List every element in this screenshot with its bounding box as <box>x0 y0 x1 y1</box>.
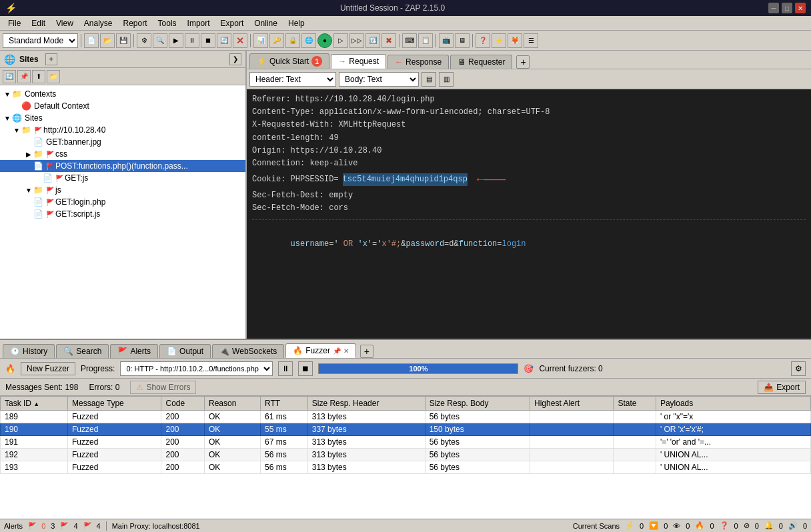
left-toolbar-btn-3[interactable]: ⬆ <box>32 70 45 83</box>
col-code[interactable]: Code <box>161 397 204 411</box>
fuzzer-settings-button[interactable]: ⚙ <box>791 361 806 376</box>
toolbar-btn-5[interactable]: ⏹ <box>201 33 215 48</box>
toolbar-btn-20[interactable]: ☰ <box>524 33 538 48</box>
left-toolbar-btn-1[interactable]: 🔄 <box>3 70 16 83</box>
add-bottom-tab-button[interactable]: + <box>360 345 373 358</box>
table-row[interactable]: 193Fuzzed200OK56 ms313 bytes56 bytes' UN… <box>1 461 811 474</box>
show-errors-button[interactable]: ⚠ Show Errors <box>130 381 196 394</box>
toolbar-btn-4[interactable]: ⏸ <box>185 33 199 48</box>
menubar-item-online[interactable]: Online <box>249 17 283 29</box>
fuzzer-pause-button[interactable]: ⏸ <box>278 361 293 376</box>
close-button[interactable]: ✕ <box>795 3 806 13</box>
toolbar-btn-15[interactable]: ⌨ <box>402 33 417 48</box>
col-task-id[interactable]: Task ID ▲ <box>1 397 68 411</box>
col-highest-alert[interactable]: Highest Alert <box>530 397 614 411</box>
col-resp-body[interactable]: Size Resp. Body <box>425 397 530 411</box>
toolbar-btn-19[interactable]: ❓ <box>476 33 490 48</box>
col-payloads[interactable]: Payloads <box>656 397 810 411</box>
table-row[interactable]: 191Fuzzed200OK67 ms313 bytes56 bytes'=' … <box>1 436 811 449</box>
col-reason[interactable]: Reason <box>204 397 260 411</box>
add-site-button[interactable]: + <box>45 53 57 65</box>
progress-url-dropdown[interactable]: 0: HTTP - http://10.10.2...0/functions.p… <box>120 361 273 376</box>
toolbar-btn-10[interactable]: 🌐 <box>301 33 316 48</box>
toolbar-btn-7[interactable]: 📊 <box>253 33 268 48</box>
toolbar-btn-6[interactable]: 🔄 <box>217 33 231 48</box>
toolbar-firefox-btn[interactable]: 🦊 <box>508 33 522 48</box>
tab-label: History <box>23 347 47 356</box>
tree-item[interactable]: 📄 GET:banner.jpg <box>0 136 245 148</box>
toolbar-btn-17[interactable]: 📺 <box>439 33 454 48</box>
tree-item[interactable]: ▼ 📁 🚩 http://10.10.28.40 <box>0 124 245 136</box>
tree-item[interactable]: 📄 🚩 GET:js <box>0 172 245 184</box>
mode-dropdown[interactable]: Standard Mode <box>3 33 78 48</box>
menubar-item-tools[interactable]: Tools <box>153 17 182 29</box>
tab-quick-start[interactable]: ⚡ Quick Start 1 <box>249 53 329 69</box>
toolbar-save[interactable]: 💾 <box>116 33 131 48</box>
col-rtt[interactable]: RTT <box>261 397 308 411</box>
tree-item[interactable]: ▼ 📁 🚩 js <box>0 184 245 196</box>
toolbar-btn-11[interactable]: ▷ <box>333 33 348 48</box>
toolbar-btn-8[interactable]: 🔑 <box>269 33 284 48</box>
tab-search[interactable]: 🔍 Search <box>56 344 109 358</box>
tab-request[interactable]: → Request <box>331 54 386 69</box>
tab-requester[interactable]: 🖥 Requester <box>450 55 512 69</box>
tab-alerts[interactable]: 🚩 Alerts <box>110 344 158 358</box>
layout-btn-2[interactable]: ▥ <box>439 72 454 87</box>
toolbar-stop[interactable]: ✕ <box>233 33 247 48</box>
new-fuzzer-button[interactable]: New Fuzzer <box>21 362 75 375</box>
tree-item[interactable]: 📄 🚩 GET:script.js <box>0 208 245 220</box>
tree-item[interactable]: ▼ 📁 Contexts <box>0 88 245 100</box>
toolbar-new-session[interactable]: 📄 <box>84 33 99 48</box>
toolbar-btn-1[interactable]: ⚙ <box>137 33 151 48</box>
left-toolbar-btn-2[interactable]: 📌 <box>17 70 31 83</box>
menubar-item-analyse[interactable]: Analyse <box>79 17 118 29</box>
toolbar-btn-18[interactable]: 🖥 <box>455 33 470 48</box>
tab-response[interactable]: ← Response <box>387 55 449 69</box>
toolbar-btn-13[interactable]: 🔃 <box>365 33 380 48</box>
menubar-item-report[interactable]: Report <box>118 17 153 29</box>
table-row[interactable]: 189Fuzzed200OK61 ms313 bytes56 bytes' or… <box>1 411 811 423</box>
add-tab-button[interactable]: + <box>516 55 530 69</box>
tab-output[interactable]: 📄 Output <box>159 344 211 358</box>
menubar-item-import[interactable]: Import <box>182 17 215 29</box>
header-format-dropdown[interactable]: Header: Text <box>249 72 336 87</box>
left-panel-collapse[interactable]: ❯ <box>229 53 241 65</box>
export-button[interactable]: 📤 Export <box>758 381 806 394</box>
tree-item[interactable]: ▶ 📁 🚩 css <box>0 148 245 160</box>
toolbar-btn-16[interactable]: 📋 <box>418 33 433 48</box>
tab-fuzzer[interactable]: 🔥 Fuzzer 📌 ✕ <box>285 343 356 358</box>
col-resp-header[interactable]: Size Resp. Header <box>307 397 425 411</box>
toolbar-open[interactable]: 📂 <box>100 33 115 48</box>
toolbar-spider-btn[interactable]: ● <box>317 33 332 48</box>
fuzzer-stop-button[interactable]: ⏹ <box>298 361 313 376</box>
table-cell: 313 bytes <box>307 436 425 449</box>
col-state[interactable]: State <box>614 397 656 411</box>
toolbar-zap-btn[interactable]: ⚡ <box>492 33 506 48</box>
menubar-item-help[interactable]: Help <box>283 17 310 29</box>
menubar-item-view[interactable]: View <box>51 17 79 29</box>
table-row[interactable]: 192Fuzzed200OK56 ms313 bytes56 bytes' UN… <box>1 449 811 461</box>
fuzzer-pin-icon[interactable]: 📌 <box>333 347 341 355</box>
fuzzer-close-icon[interactable]: ✕ <box>343 347 349 355</box>
minimize-button[interactable]: ─ <box>768 3 779 13</box>
body-format-dropdown[interactable]: Body: Text <box>339 72 419 87</box>
layout-btn-1[interactable]: ▤ <box>422 72 436 87</box>
tree-item[interactable]: 📄 🚩 GET:login.php <box>0 196 245 208</box>
menubar-item-edit[interactable]: Edit <box>26 17 51 29</box>
left-toolbar-btn-4[interactable]: 📁 <box>47 70 60 83</box>
tab-websockets[interactable]: 🔌 WebSockets <box>212 344 284 358</box>
menubar-item-file[interactable]: File <box>3 17 26 29</box>
toolbar-btn-2[interactable]: 🔍 <box>153 33 167 48</box>
tree-item[interactable]: 🔴 Default Context <box>0 100 245 112</box>
toolbar-btn-9[interactable]: 🔒 <box>285 33 300 48</box>
toolbar-btn-3[interactable]: ▶ <box>169 33 183 48</box>
tab-history[interactable]: 🕐 History <box>3 344 55 358</box>
tree-item[interactable]: ▼ 🌐 Sites <box>0 112 245 124</box>
menubar-item-export[interactable]: Export <box>215 17 249 29</box>
maximize-button[interactable]: □ <box>782 3 792 13</box>
tree-item-selected[interactable]: 📄 🚩 POST:functions.php()(function,pass..… <box>0 160 245 172</box>
col-message-type[interactable]: Message Type <box>67 397 161 411</box>
toolbar-btn-12[interactable]: ▷▷ <box>349 33 364 48</box>
toolbar-btn-14[interactable]: ✖ <box>381 33 396 48</box>
table-row[interactable]: 190Fuzzed200OK55 ms337 bytes150 bytes' O… <box>1 423 811 436</box>
